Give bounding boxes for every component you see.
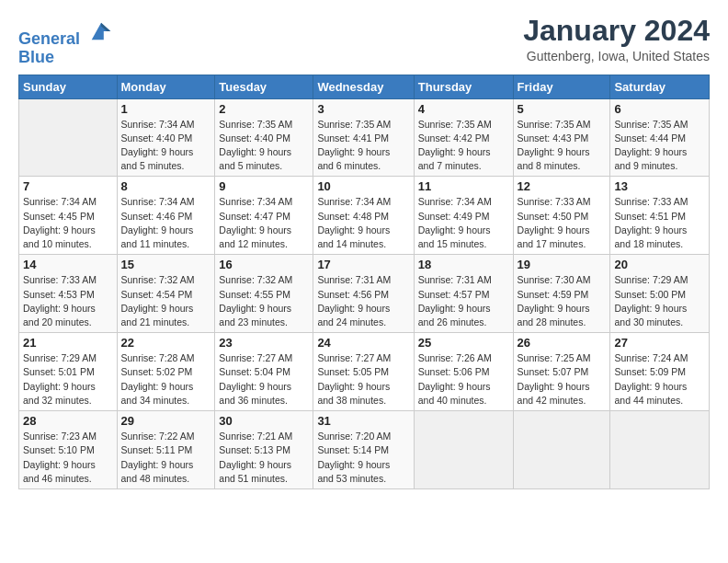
page-container: General Blue January 2024 Guttenberg, Io… — [0, 0, 728, 499]
logo-blue: Blue — [18, 49, 114, 67]
month-title: January 2024 — [523, 15, 710, 47]
day-info: Sunrise: 7:34 AM Sunset: 4:49 PM Dayligh… — [418, 195, 509, 251]
day-number: 5 — [518, 102, 607, 116]
calendar-cell: 6Sunrise: 7:35 AM Sunset: 4:44 PM Daylig… — [610, 98, 710, 177]
calendar-cell: 25Sunrise: 7:26 AM Sunset: 5:06 PM Dayli… — [414, 333, 513, 411]
day-number: 19 — [518, 258, 607, 271]
calendar-cell: 8Sunrise: 7:34 AM Sunset: 4:46 PM Daylig… — [117, 177, 215, 255]
weekday-row: Sunday Monday Tuesday Wednesday Thursday… — [19, 75, 710, 98]
day-info: Sunrise: 7:27 AM Sunset: 5:05 PM Dayligh… — [317, 351, 409, 408]
day-info: Sunrise: 7:35 AM Sunset: 4:43 PM Dayligh… — [518, 118, 607, 174]
day-info: Sunrise: 7:27 AM Sunset: 5:04 PM Dayligh… — [219, 351, 309, 408]
day-number: 21 — [23, 336, 113, 350]
day-number: 23 — [219, 336, 309, 350]
day-info: Sunrise: 7:34 AM Sunset: 4:46 PM Dayligh… — [121, 195, 211, 251]
day-info: Sunrise: 7:25 AM Sunset: 5:07 PM Dayligh… — [518, 351, 607, 408]
calendar-cell: 4Sunrise: 7:35 AM Sunset: 4:42 PM Daylig… — [414, 98, 513, 177]
day-number: 6 — [614, 102, 705, 116]
calendar-week-row: 14Sunrise: 7:33 AM Sunset: 4:53 PM Dayli… — [19, 255, 710, 333]
calendar-cell: 26Sunrise: 7:25 AM Sunset: 5:07 PM Dayli… — [513, 333, 610, 411]
calendar-cell: 3Sunrise: 7:35 AM Sunset: 4:41 PM Daylig… — [313, 98, 414, 177]
calendar-cell — [513, 411, 610, 489]
day-info: Sunrise: 7:30 AM Sunset: 4:59 PM Dayligh… — [518, 273, 607, 329]
day-info: Sunrise: 7:23 AM Sunset: 5:10 PM Dayligh… — [23, 430, 113, 486]
day-number: 13 — [614, 179, 705, 193]
day-info: Sunrise: 7:31 AM Sunset: 4:56 PM Dayligh… — [317, 273, 409, 329]
day-number: 22 — [121, 336, 211, 350]
calendar-cell: 11Sunrise: 7:34 AM Sunset: 4:49 PM Dayli… — [414, 177, 513, 255]
calendar-cell: 18Sunrise: 7:31 AM Sunset: 4:57 PM Dayli… — [414, 255, 513, 333]
calendar-week-row: 28Sunrise: 7:23 AM Sunset: 5:10 PM Dayli… — [19, 411, 710, 489]
day-info: Sunrise: 7:24 AM Sunset: 5:09 PM Dayligh… — [614, 351, 705, 408]
col-wednesday: Wednesday — [313, 75, 414, 98]
day-number: 2 — [219, 102, 309, 116]
calendar-cell — [414, 411, 513, 489]
calendar-cell — [19, 98, 118, 177]
day-info: Sunrise: 7:28 AM Sunset: 5:02 PM Dayligh… — [121, 351, 211, 408]
calendar-cell: 2Sunrise: 7:35 AM Sunset: 4:40 PM Daylig… — [215, 98, 313, 177]
day-number: 7 — [23, 179, 113, 193]
calendar-cell: 23Sunrise: 7:27 AM Sunset: 5:04 PM Dayli… — [215, 333, 313, 411]
col-thursday: Thursday — [414, 75, 513, 98]
day-info: Sunrise: 7:34 AM Sunset: 4:48 PM Dayligh… — [317, 195, 409, 251]
day-info: Sunrise: 7:21 AM Sunset: 5:13 PM Dayligh… — [219, 430, 309, 486]
calendar-week-row: 7Sunrise: 7:34 AM Sunset: 4:45 PM Daylig… — [19, 177, 710, 255]
calendar-header: Sunday Monday Tuesday Wednesday Thursday… — [19, 75, 710, 98]
day-number: 26 — [518, 336, 607, 350]
day-info: Sunrise: 7:20 AM Sunset: 5:14 PM Dayligh… — [317, 430, 409, 486]
day-info: Sunrise: 7:22 AM Sunset: 5:11 PM Dayligh… — [121, 430, 211, 486]
day-info: Sunrise: 7:33 AM Sunset: 4:51 PM Dayligh… — [614, 195, 705, 251]
calendar-cell: 20Sunrise: 7:29 AM Sunset: 5:00 PM Dayli… — [610, 255, 710, 333]
calendar-cell: 9Sunrise: 7:34 AM Sunset: 4:47 PM Daylig… — [215, 177, 313, 255]
calendar-cell: 10Sunrise: 7:34 AM Sunset: 4:48 PM Dayli… — [313, 177, 414, 255]
day-number: 9 — [219, 179, 309, 193]
calendar-cell: 16Sunrise: 7:32 AM Sunset: 4:55 PM Dayli… — [215, 255, 313, 333]
day-info: Sunrise: 7:35 AM Sunset: 4:41 PM Dayligh… — [317, 118, 409, 174]
logo-text: General — [18, 18, 114, 49]
day-number: 3 — [317, 102, 409, 116]
calendar-cell — [610, 411, 710, 489]
day-number: 24 — [317, 336, 409, 350]
calendar-cell: 7Sunrise: 7:34 AM Sunset: 4:45 PM Daylig… — [19, 177, 118, 255]
day-info: Sunrise: 7:33 AM Sunset: 4:53 PM Dayligh… — [23, 273, 113, 329]
calendar-cell: 22Sunrise: 7:28 AM Sunset: 5:02 PM Dayli… — [117, 333, 215, 411]
day-number: 28 — [23, 414, 113, 428]
title-block: January 2024 Guttenberg, Iowa, United St… — [523, 15, 710, 63]
logo-icon — [88, 18, 114, 44]
day-number: 17 — [317, 258, 409, 271]
calendar-cell: 28Sunrise: 7:23 AM Sunset: 5:10 PM Dayli… — [19, 411, 118, 489]
day-info: Sunrise: 7:35 AM Sunset: 4:44 PM Dayligh… — [614, 118, 705, 174]
calendar-cell: 5Sunrise: 7:35 AM Sunset: 4:43 PM Daylig… — [513, 98, 610, 177]
day-info: Sunrise: 7:35 AM Sunset: 4:40 PM Dayligh… — [219, 118, 309, 174]
calendar-cell: 17Sunrise: 7:31 AM Sunset: 4:56 PM Dayli… — [313, 255, 414, 333]
calendar-cell: 21Sunrise: 7:29 AM Sunset: 5:01 PM Dayli… — [19, 333, 118, 411]
day-number: 18 — [418, 258, 509, 271]
day-number: 14 — [23, 258, 113, 271]
day-info: Sunrise: 7:34 AM Sunset: 4:45 PM Dayligh… — [23, 195, 113, 251]
calendar-cell: 29Sunrise: 7:22 AM Sunset: 5:11 PM Dayli… — [117, 411, 215, 489]
day-number: 15 — [121, 258, 211, 271]
day-info: Sunrise: 7:32 AM Sunset: 4:55 PM Dayligh… — [219, 273, 309, 329]
header: General Blue January 2024 Guttenberg, Io… — [18, 15, 710, 67]
calendar-week-row: 1Sunrise: 7:34 AM Sunset: 4:40 PM Daylig… — [19, 98, 710, 177]
day-info: Sunrise: 7:29 AM Sunset: 5:00 PM Dayligh… — [614, 273, 705, 329]
calendar-cell: 15Sunrise: 7:32 AM Sunset: 4:54 PM Dayli… — [117, 255, 215, 333]
day-info: Sunrise: 7:31 AM Sunset: 4:57 PM Dayligh… — [418, 273, 509, 329]
calendar-body: 1Sunrise: 7:34 AM Sunset: 4:40 PM Daylig… — [19, 98, 710, 488]
day-info: Sunrise: 7:32 AM Sunset: 4:54 PM Dayligh… — [121, 273, 211, 329]
day-number: 1 — [121, 102, 211, 116]
day-number: 16 — [219, 258, 309, 271]
col-sunday: Sunday — [19, 75, 118, 98]
day-number: 31 — [317, 414, 409, 428]
col-tuesday: Tuesday — [215, 75, 313, 98]
day-info: Sunrise: 7:35 AM Sunset: 4:42 PM Dayligh… — [418, 118, 509, 174]
day-number: 29 — [121, 414, 211, 428]
day-number: 10 — [317, 179, 409, 193]
location: Guttenberg, Iowa, United States — [523, 49, 710, 63]
calendar-table: Sunday Monday Tuesday Wednesday Thursday… — [18, 75, 710, 489]
day-info: Sunrise: 7:29 AM Sunset: 5:01 PM Dayligh… — [23, 351, 113, 408]
day-number: 11 — [418, 179, 509, 193]
day-number: 4 — [418, 102, 509, 116]
logo: General Blue — [18, 18, 114, 67]
day-number: 25 — [418, 336, 509, 350]
